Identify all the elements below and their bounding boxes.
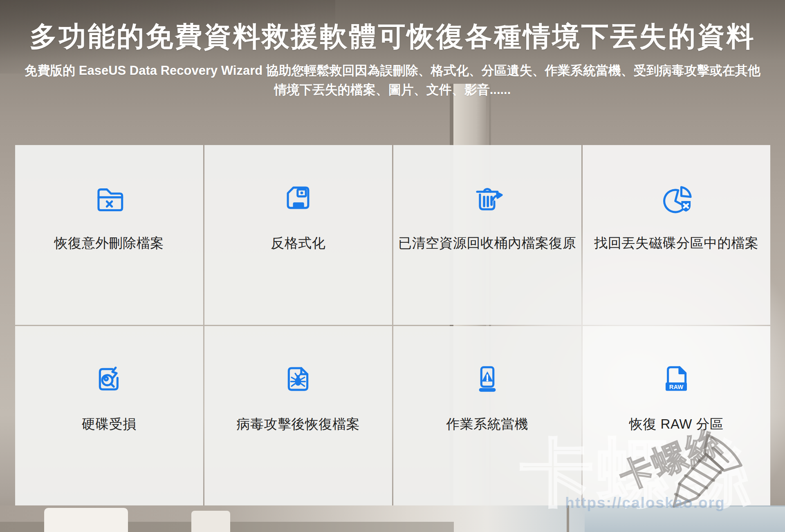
- background-floor-band: [0, 522, 454, 532]
- damaged-hard-disk-icon: [92, 361, 127, 396]
- feature-label: 作業系統當機: [446, 415, 528, 434]
- feature-grid: 恢復意外刪除檔案 反格式化 已清空資源回收桶內檔案復原 找回丟失磁碟分區中的檔: [15, 145, 770, 505]
- feature-card-unformat: 反格式化: [204, 145, 392, 325]
- page-title: 多功能的免費資料救援軟體可恢復各種情境下丟失的資料: [0, 22, 785, 51]
- hero-section: 多功能的免費資料救援軟體可恢復各種情境下丟失的資料 免費版的 EaseUS Da…: [0, 0, 785, 99]
- feature-label: 病毒攻擊後恢復檔案: [237, 415, 360, 434]
- feature-card-recycle-bin: 已清空資源回收桶內檔案復原: [393, 145, 581, 325]
- feature-card-deleted-files: 恢復意外刪除檔案: [15, 145, 203, 325]
- feature-card-os-crash: 作業系統當機: [393, 326, 581, 506]
- trash-restore-icon: [470, 180, 505, 215]
- feature-card-damaged-disk: 硬碟受損: [15, 326, 203, 506]
- background-window-view: [585, 507, 785, 532]
- background-floor: [0, 505, 785, 532]
- pie-chart-missing-slice-icon: [659, 180, 694, 215]
- os-crash-icon: [470, 361, 505, 396]
- feature-label: 找回丟失磁碟分區中的檔案: [594, 234, 758, 253]
- virus-file-icon: [280, 361, 316, 396]
- feature-card-raw-partition: RAW 恢復 RAW 分區: [583, 326, 771, 506]
- raw-badge-label: RAW: [669, 383, 683, 390]
- feature-label: 硬碟受損: [82, 415, 137, 434]
- background-chair: [44, 508, 128, 532]
- raw-file-icon: RAW: [659, 361, 694, 396]
- folder-x-icon: [92, 180, 127, 215]
- feature-label: 已清空資源回收桶內檔案復原: [398, 234, 576, 253]
- background-chair: [191, 511, 230, 532]
- feature-label: 恢復意外刪除檔案: [54, 234, 164, 253]
- feature-label: 反格式化: [271, 234, 325, 253]
- page-subtitle: 免費版的 EaseUS Data Recovery Wizard 協助您輕鬆救回…: [25, 61, 760, 99]
- feature-card-virus-attack: 病毒攻擊後恢復檔案: [204, 326, 392, 506]
- feature-card-lost-partition: 找回丟失磁碟分區中的檔案: [583, 145, 771, 325]
- floppy-disk-icon: [280, 180, 316, 215]
- feature-label: 恢復 RAW 分區: [629, 415, 724, 434]
